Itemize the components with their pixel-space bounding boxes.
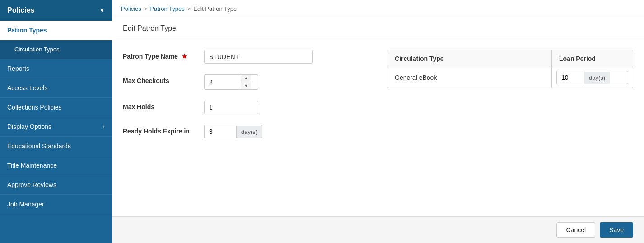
save-button[interactable]: Save [600, 222, 633, 238]
breadcrumb-sep-1: > [144, 5, 148, 12]
sidebar-item-label-reports: Reports [7, 65, 29, 72]
breadcrumb-current: Edit Patron Type [193, 5, 237, 12]
max-holds-label: Max Holds [123, 101, 204, 110]
max-checkouts-input[interactable] [205, 76, 241, 88]
cancel-button[interactable]: Cancel [556, 222, 595, 238]
sidebar-item-collections-policies[interactable]: Collections Policies [0, 98, 112, 117]
max-checkouts-row: Max Checkouts ▲ ▼ [123, 74, 369, 90]
loan-period-cell: day(s) [551, 67, 633, 88]
chevron-down-icon: ▼ [99, 7, 105, 14]
loan-days-suffix: day(s) [584, 72, 610, 84]
max-checkouts-label: Max Checkouts [123, 74, 204, 84]
max-holds-input[interactable] [204, 101, 258, 114]
content-area: Edit Patron Type Patron Type Name ★ [112, 18, 644, 216]
loan-period-header: Loan Period [551, 50, 633, 67]
sidebar-item-label-title-maintenance: Title Maintenance [7, 162, 57, 169]
circ-table-row: General eBook day(s) [387, 67, 633, 88]
ready-holds-days-suffix: day(s) [236, 126, 262, 138]
max-checkouts-spinner: ▲ ▼ [204, 74, 258, 90]
chevron-right-icon: › [103, 124, 105, 130]
sidebar-item-label-access-levels: Access Levels [7, 84, 47, 92]
breadcrumb: Policies > Patron Types > Edit Patron Ty… [112, 0, 644, 18]
patron-type-name-label: Patron Type Name ★ [123, 50, 204, 60]
form-right: Circulation Type Loan Period General eBo… [387, 50, 633, 206]
circ-type-cell: General eBook [387, 69, 551, 86]
required-indicator: ★ [182, 53, 187, 60]
breadcrumb-sep-2: > [187, 5, 191, 12]
main-content: Policies > Patron Types > Edit Patron Ty… [112, 0, 644, 243]
sidebar: Policies ▼ Patron TypesCirculation Types… [0, 0, 112, 243]
spinner-buttons: ▲ ▼ [241, 75, 251, 89]
sidebar-item-display-options[interactable]: Display Options› [0, 117, 112, 137]
sidebar-item-label-educational-standards: Educational Standards [7, 142, 71, 150]
breadcrumb-patron-types[interactable]: Patron Types [150, 5, 184, 12]
ready-holds-input[interactable] [205, 125, 236, 138]
sidebar-item-reports[interactable]: Reports [0, 59, 112, 78]
breadcrumb-policies[interactable]: Policies [121, 5, 141, 12]
ready-holds-input-wrap: day(s) [204, 125, 262, 138]
sidebar-items-container: Patron TypesCirculation TypesReportsAcce… [0, 21, 112, 214]
form-body: Patron Type Name ★ Max Checkouts [112, 39, 644, 216]
circ-type-header: Circulation Type [387, 50, 551, 67]
form-panel-header: Edit Patron Type [112, 18, 644, 39]
form-title: Edit Patron Type [123, 24, 176, 32]
sidebar-header[interactable]: Policies ▼ [0, 0, 112, 21]
sidebar-item-approve-reviews[interactable]: Approve Reviews [0, 175, 112, 195]
sidebar-item-label-circulation-types: Circulation Types [14, 46, 59, 53]
circulation-table: Circulation Type Loan Period General eBo… [387, 50, 633, 88]
sidebar-item-label-patron-types: Patron Types [7, 27, 47, 34]
sidebar-item-label-display-options: Display Options [7, 123, 51, 130]
loan-period-input[interactable] [557, 71, 584, 84]
sidebar-item-label-job-manager: Job Manager [7, 201, 44, 208]
sidebar-item-patron-types[interactable]: Patron Types [0, 21, 112, 40]
sidebar-item-label-approve-reviews: Approve Reviews [7, 181, 56, 188]
patron-type-name-input[interactable] [204, 50, 313, 64]
circ-table-header: Circulation Type Loan Period [387, 50, 633, 67]
ready-holds-row: Ready Holds Expire in day(s) [123, 125, 369, 138]
form-panel: Edit Patron Type Patron Type Name ★ [112, 18, 644, 216]
sidebar-item-circulation-types[interactable]: Circulation Types [0, 40, 112, 59]
form-footer: Cancel Save [112, 216, 644, 243]
sidebar-item-job-manager[interactable]: Job Manager [0, 195, 112, 214]
sidebar-item-access-levels[interactable]: Access Levels [0, 78, 112, 98]
sidebar-item-title-maintenance[interactable]: Title Maintenance [0, 156, 112, 175]
sidebar-title: Policies [7, 6, 34, 14]
loan-period-input-wrap: day(s) [556, 71, 628, 84]
patron-type-name-row: Patron Type Name ★ [123, 50, 369, 64]
sidebar-item-label-collections-policies: Collections Policies [7, 104, 62, 111]
ready-holds-label: Ready Holds Expire in [123, 125, 204, 135]
checkouts-decrement-button[interactable]: ▼ [241, 82, 251, 89]
max-holds-row: Max Holds [123, 101, 369, 114]
sidebar-item-educational-standards[interactable]: Educational Standards [0, 137, 112, 156]
checkouts-increment-button[interactable]: ▲ [241, 75, 251, 82]
form-left: Patron Type Name ★ Max Checkouts [123, 50, 369, 206]
